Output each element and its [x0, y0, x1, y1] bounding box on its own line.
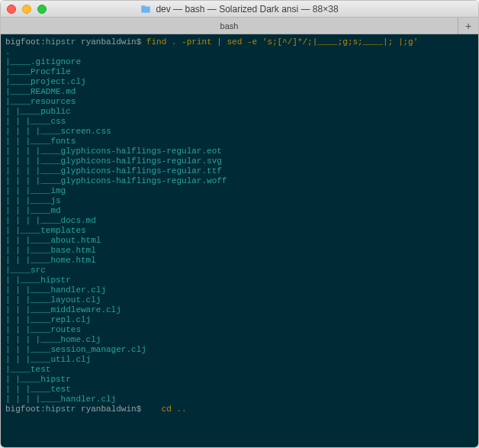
tree-line: | | |____base.html — [5, 246, 474, 256]
minimize-icon[interactable] — [22, 5, 31, 14]
titlebar: dev — bash — Solarized Dark ansi — 88×38 — [1, 1, 478, 18]
tree-line: |____README.md — [5, 87, 474, 97]
tree-output: .|____.gitignore|____Procfile|____projec… — [5, 47, 474, 404]
tree-line: |____src — [5, 266, 474, 276]
prompt-user: ryanbaldwin$ — [81, 404, 146, 414]
window-title: dev — bash — Solarized Dark ansi — 88×38 — [1, 4, 478, 15]
tree-line: |____resources — [5, 97, 474, 107]
close-icon[interactable] — [7, 5, 16, 14]
prompt-host: bigfoot: — [5, 404, 46, 414]
tree-line: | | |____routes — [5, 325, 474, 335]
tree-line: . — [5, 47, 474, 57]
tree-line: | | |____util.clj — [5, 355, 474, 365]
tree-line: | |____hipstr — [5, 375, 474, 385]
tree-line: | | |____fonts — [5, 137, 474, 147]
command-text: cd .. — [146, 404, 187, 414]
terminal-window: dev — bash — Solarized Dark ansi — 88×38… — [0, 0, 479, 448]
tree-line: | | | |____home.clj — [5, 335, 474, 345]
tree-line: | | | |____glyphicons-halflings-regular.… — [5, 176, 474, 186]
tree-line: | | |____test — [5, 385, 474, 395]
tree-line: | | | |____handler.clj — [5, 395, 474, 404]
tree-line: | | |____img — [5, 186, 474, 196]
tree-line: |____Procfile — [5, 67, 474, 77]
tree-line: | | |____layout.clj — [5, 295, 474, 305]
tree-line: | | | |____glyphicons-halflings-regular.… — [5, 156, 474, 166]
prompt-dir: hipstr — [46, 37, 81, 47]
tree-line: | |____hipstr — [5, 276, 474, 285]
traffic-lights — [7, 5, 47, 14]
tab-bar: bash + — [1, 18, 478, 34]
terminal-content[interactable]: bigfoot:hipstr ryanbaldwin$ find . -prin… — [1, 34, 478, 447]
tree-line: | | |____session_manager.clj — [5, 345, 474, 355]
tree-line: |____.gitignore — [5, 57, 474, 67]
tree-line: | | |____middleware.clj — [5, 305, 474, 315]
tree-line: | | |____repl.clj — [5, 315, 474, 325]
command-text: find . -print | sed -e 's;[^/]*/;|____;g… — [146, 37, 418, 47]
new-tab-button[interactable]: + — [458, 18, 478, 34]
tree-line: | | | |____glyphicons-halflings-regular.… — [5, 166, 474, 176]
tree-line: | | |____md — [5, 206, 474, 216]
maximize-icon[interactable] — [37, 5, 47, 14]
window-title-text: dev — bash — Solarized Dark ansi — 88×38 — [156, 4, 338, 15]
prompt-dir: hipstr — [46, 404, 81, 414]
tree-line: |____project.clj — [5, 77, 474, 87]
tree-line: | | |____js — [5, 196, 474, 206]
tree-line: | | |____css — [5, 117, 474, 127]
tab-label: bash — [220, 21, 239, 31]
prompt-user: ryanbaldwin$ — [81, 37, 146, 47]
tree-line: | | | |____screen.css — [5, 127, 474, 137]
prompt-host: bigfoot: — [5, 37, 46, 47]
plus-icon: + — [465, 20, 471, 32]
tree-line: | | |____handler.clj — [5, 285, 474, 295]
tree-line: | | |____home.html — [5, 256, 474, 266]
tree-line: | | | |____glyphicons-halflings-regular.… — [5, 147, 474, 156]
tab-bash[interactable]: bash — [1, 18, 458, 34]
folder-icon — [140, 4, 151, 15]
tree-line: | | | |____docs.md — [5, 216, 474, 226]
tree-line: | |____templates — [5, 226, 474, 236]
tree-line: | |____public — [5, 107, 474, 117]
tree-line: | | |____about.html — [5, 236, 474, 246]
tree-line: |____test — [5, 365, 474, 375]
